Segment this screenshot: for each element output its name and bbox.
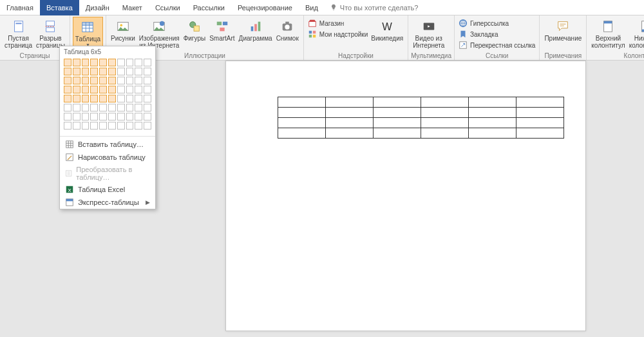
grid-cell[interactable] bbox=[73, 104, 80, 111]
grid-cell[interactable] bbox=[117, 95, 125, 102]
grid-cell[interactable] bbox=[135, 68, 142, 75]
grid-cell[interactable] bbox=[108, 95, 116, 102]
grid-cell[interactable] bbox=[108, 59, 116, 66]
grid-cell[interactable] bbox=[135, 59, 142, 66]
grid-cell[interactable] bbox=[64, 122, 71, 130]
grid-cell[interactable] bbox=[126, 113, 134, 120]
table-cell[interactable] bbox=[374, 97, 421, 108]
grid-cell[interactable] bbox=[135, 113, 142, 120]
grid-cell[interactable] bbox=[73, 86, 80, 93]
grid-cell[interactable] bbox=[64, 68, 71, 75]
grid-cell[interactable] bbox=[64, 95, 71, 102]
table-cell[interactable] bbox=[516, 97, 564, 108]
table-cell[interactable] bbox=[278, 118, 326, 128]
grid-cell[interactable] bbox=[117, 86, 125, 93]
quick-tables-item[interactable]: Экспресс-таблицы ▶ bbox=[60, 196, 155, 209]
table-cell[interactable] bbox=[516, 108, 564, 118]
table-cell[interactable] bbox=[516, 118, 564, 128]
grid-cell[interactable] bbox=[135, 77, 142, 84]
tab-layout[interactable]: Макет bbox=[116, 0, 149, 15]
table-cell[interactable] bbox=[469, 128, 516, 139]
grid-cell[interactable] bbox=[108, 86, 116, 93]
header-button[interactable]: Верхний колонтитул bbox=[589, 17, 627, 50]
blank-page-button[interactable]: Пустая страница bbox=[3, 17, 34, 50]
grid-cell[interactable] bbox=[126, 95, 134, 102]
grid-cell[interactable] bbox=[144, 86, 151, 93]
table-cell[interactable] bbox=[421, 118, 469, 128]
table-cell[interactable] bbox=[326, 118, 374, 128]
grid-cell[interactable] bbox=[90, 86, 98, 93]
grid-cell[interactable] bbox=[135, 122, 142, 130]
grid-cell[interactable] bbox=[117, 113, 125, 120]
grid-cell[interactable] bbox=[108, 77, 116, 84]
my-addins-button[interactable]: Мои надстройки bbox=[307, 29, 370, 39]
grid-cell[interactable] bbox=[135, 86, 142, 93]
grid-cell[interactable] bbox=[90, 104, 98, 111]
grid-cell[interactable] bbox=[135, 95, 142, 102]
screenshot-button[interactable]: Снимок bbox=[274, 17, 301, 43]
grid-cell[interactable] bbox=[99, 113, 107, 120]
smartart-button[interactable]: SmartArt bbox=[207, 17, 236, 43]
grid-cell[interactable] bbox=[90, 59, 98, 66]
grid-cell[interactable] bbox=[99, 77, 107, 84]
table-cell[interactable] bbox=[278, 108, 326, 118]
grid-cell[interactable] bbox=[126, 59, 134, 66]
tab-mailings[interactable]: Рассылки bbox=[187, 0, 231, 15]
online-video-button[interactable]: Видео из Интернета bbox=[411, 17, 446, 50]
draw-table-item[interactable]: Нарисовать таблицу bbox=[60, 151, 155, 164]
table-cell[interactable] bbox=[374, 108, 421, 118]
grid-cell[interactable] bbox=[82, 113, 90, 120]
grid-cell[interactable] bbox=[126, 122, 134, 130]
grid-cell[interactable] bbox=[82, 104, 90, 111]
comment-button[interactable]: Примечание bbox=[542, 17, 583, 43]
table-button[interactable]: Таблица ▼ bbox=[73, 17, 103, 49]
grid-cell[interactable] bbox=[82, 77, 90, 84]
tab-view[interactable]: Вид bbox=[299, 0, 325, 15]
grid-cell[interactable] bbox=[73, 77, 80, 84]
grid-cell[interactable] bbox=[117, 68, 125, 75]
document-page[interactable] bbox=[225, 61, 586, 331]
pictures-button[interactable]: Рисунки bbox=[109, 17, 137, 43]
tell-me-search[interactable]: Что вы хотите сделать? bbox=[330, 4, 419, 12]
grid-cell[interactable] bbox=[144, 68, 151, 75]
tab-design[interactable]: Дизайн bbox=[79, 0, 116, 15]
grid-cell[interactable] bbox=[108, 113, 116, 120]
grid-cell[interactable] bbox=[117, 77, 125, 84]
grid-cell[interactable] bbox=[64, 104, 71, 111]
footer-button[interactable]: Нижний колонтитул bbox=[627, 17, 644, 50]
table-cell[interactable] bbox=[326, 108, 374, 118]
tab-references[interactable]: Ссылки bbox=[149, 0, 187, 15]
bookmark-button[interactable]: Закладка bbox=[457, 29, 536, 39]
tab-insert[interactable]: Вставка bbox=[40, 0, 79, 15]
grid-cell[interactable] bbox=[144, 113, 151, 120]
grid-cell[interactable] bbox=[99, 59, 107, 66]
hyperlink-button[interactable]: Гиперссылка bbox=[457, 18, 536, 28]
grid-cell[interactable] bbox=[126, 104, 134, 111]
insert-table-item[interactable]: Вставить таблицу… bbox=[60, 138, 155, 151]
table-cell[interactable] bbox=[278, 97, 326, 108]
grid-cell[interactable] bbox=[82, 59, 90, 66]
grid-cell[interactable] bbox=[90, 95, 98, 102]
grid-cell[interactable] bbox=[64, 59, 71, 66]
table-cell[interactable] bbox=[421, 128, 469, 139]
grid-cell[interactable] bbox=[144, 104, 151, 111]
grid-cell[interactable] bbox=[99, 122, 107, 130]
grid-cell[interactable] bbox=[99, 68, 107, 75]
grid-cell[interactable] bbox=[117, 104, 125, 111]
tab-review[interactable]: Рецензирование bbox=[231, 0, 299, 15]
table-cell[interactable] bbox=[326, 97, 374, 108]
grid-cell[interactable] bbox=[108, 68, 116, 75]
grid-cell[interactable] bbox=[82, 68, 90, 75]
table-cell[interactable] bbox=[469, 108, 516, 118]
grid-cell[interactable] bbox=[64, 86, 71, 93]
grid-cell[interactable] bbox=[99, 86, 107, 93]
excel-table-item[interactable]: X Таблица Excel bbox=[60, 183, 155, 196]
grid-cell[interactable] bbox=[64, 77, 71, 84]
grid-cell[interactable] bbox=[73, 95, 80, 102]
grid-cell[interactable] bbox=[99, 104, 107, 111]
grid-cell[interactable] bbox=[73, 113, 80, 120]
table-cell[interactable] bbox=[516, 128, 564, 139]
grid-cell[interactable] bbox=[126, 86, 134, 93]
store-button[interactable]: Магазин bbox=[307, 18, 370, 28]
shapes-button[interactable]: Фигуры bbox=[182, 17, 207, 43]
